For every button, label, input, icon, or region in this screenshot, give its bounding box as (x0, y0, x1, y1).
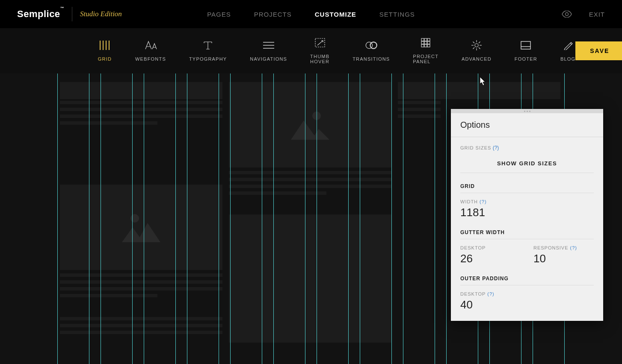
tool-thumb-hover-label: THUMB HOVER (310, 54, 329, 64)
outer-desktop-help[interactable]: (?) (487, 291, 494, 296)
tool-thumb-hover[interactable]: THUMB HOVER (310, 38, 329, 64)
logo-text: Semplice (17, 9, 60, 19)
svg-rect-17 (421, 44, 424, 47)
top-header: Semplice™ Studio Edition PAGES PROJECTS … (0, 0, 622, 28)
header-right: EXIT (562, 11, 605, 18)
section-gutter: GUTTER WIDTH (460, 229, 594, 239)
tool-grid[interactable]: GRID (98, 40, 112, 62)
logo-divider (72, 7, 72, 21)
webfonts-icon (143, 40, 158, 50)
tool-project-panel-label: PROJECT PANEL (413, 54, 438, 64)
width-label: WIDTH (460, 199, 478, 204)
blog-icon (561, 40, 575, 50)
gutter-responsive-help[interactable]: (?) (570, 245, 577, 250)
svg-rect-8 (315, 38, 325, 47)
svg-rect-12 (424, 38, 427, 41)
customize-toolbar: GRID WEBFONTS TYPOGRAPHY NAVIGATIONS THU… (0, 28, 622, 73)
tool-navigations[interactable]: NAVIGATIONS (250, 40, 287, 62)
svg-line-27 (479, 42, 480, 44)
svg-point-10 (370, 42, 376, 48)
width-value[interactable]: 1181 (460, 206, 594, 219)
svg-line-26 (479, 47, 480, 49)
show-grid-sizes-button[interactable]: SHOW GRID SIZES (460, 154, 594, 173)
tool-footer-label: FOOTER (515, 56, 537, 62)
gutter-responsive-value[interactable]: 10 (533, 252, 594, 265)
nav-projects[interactable]: PROJECTS (254, 11, 292, 18)
svg-rect-16 (427, 41, 430, 44)
edition-label: Studio Edition (80, 10, 122, 18)
preview-icon[interactable] (562, 11, 572, 18)
width-help[interactable]: (?) (480, 199, 486, 204)
grid-sizes-label: GRID SIZES (460, 145, 491, 150)
section-grid: GRID (460, 183, 594, 193)
nav-customize[interactable]: CUSTOMIZE (315, 11, 356, 18)
nav-pages[interactable]: PAGES (207, 11, 231, 18)
tool-navigations-label: NAVIGATIONS (250, 56, 287, 62)
svg-point-20 (475, 44, 478, 47)
tool-typography-label: TYPOGRAPHY (189, 56, 227, 62)
tool-project-panel[interactable]: PROJECT PANEL (413, 38, 438, 64)
gutter-desktop-value[interactable]: 26 (460, 252, 521, 265)
main-nav: PAGES PROJECTS CUSTOMIZE SETTINGS (207, 11, 415, 18)
advanced-icon (469, 40, 484, 50)
logo-tm: ™ (60, 6, 65, 10)
svg-rect-18 (424, 44, 427, 47)
svg-line-28 (473, 47, 474, 49)
tool-webfonts[interactable]: WEBFONTS (135, 40, 166, 62)
tool-transitions[interactable]: TRANSITIONS (352, 40, 390, 62)
svg-rect-15 (424, 41, 427, 44)
options-panel: Options GRID SIZES (?) SHOW GRID SIZES G… (451, 109, 603, 321)
tool-typography[interactable]: TYPOGRAPHY (189, 40, 227, 62)
svg-rect-13 (427, 38, 430, 41)
section-outer-padding: OUTER PADDING (460, 276, 594, 285)
transitions-icon (364, 40, 379, 50)
outer-desktop-label: DESKTOP (460, 291, 486, 296)
svg-rect-19 (427, 44, 430, 47)
svg-rect-29 (521, 41, 530, 49)
tool-webfonts-label: WEBFONTS (135, 56, 166, 62)
outer-desktop-value[interactable]: 40 (460, 298, 594, 311)
panel-body: GRID SIZES (?) SHOW GRID SIZES GRID WIDT… (451, 137, 603, 321)
svg-point-0 (565, 13, 568, 16)
typography-icon (201, 40, 215, 50)
navigations-icon (261, 40, 276, 50)
tool-advanced-label: ADVANCED (462, 56, 492, 62)
grid-columns-icon (98, 40, 112, 50)
svg-rect-11 (421, 38, 424, 41)
tool-grid-label: GRID (98, 56, 112, 62)
thumb-hover-icon (313, 38, 327, 48)
logo-group: Semplice™ Studio Edition (17, 7, 122, 21)
nav-settings[interactable]: SETTINGS (379, 11, 415, 18)
app-logo[interactable]: Semplice™ (17, 9, 64, 20)
tool-advanced[interactable]: ADVANCED (462, 40, 492, 62)
tool-blog[interactable]: BLOG (560, 40, 575, 62)
grid-sizes-help[interactable]: (?) (493, 145, 499, 151)
footer-icon (518, 40, 533, 50)
svg-rect-14 (421, 41, 424, 44)
exit-link[interactable]: EXIT (589, 11, 605, 18)
tool-transitions-label: TRANSITIONS (352, 56, 390, 62)
panel-drag-handle[interactable] (451, 109, 603, 113)
svg-line-25 (473, 42, 474, 44)
project-panel-icon (418, 38, 433, 48)
gutter-desktop-label: DESKTOP (460, 245, 521, 250)
tool-blog-label: BLOG (560, 56, 575, 62)
tool-footer[interactable]: FOOTER (515, 40, 537, 62)
gutter-responsive-label: RESPONSIVE (533, 245, 569, 250)
panel-title: Options (451, 113, 603, 137)
save-button[interactable]: SAVE (575, 41, 622, 60)
